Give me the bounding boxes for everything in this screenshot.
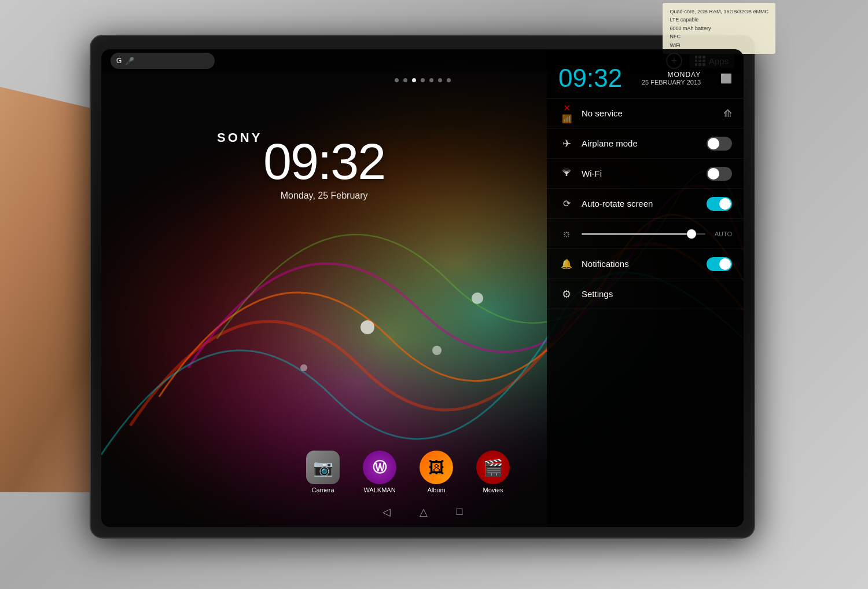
camera-app[interactable]: 📷 Camera	[306, 451, 340, 493]
album-icon: 🖼	[420, 451, 453, 484]
brightness-fill	[582, 233, 687, 235]
page-dot-2	[403, 78, 407, 82]
svg-point-10	[566, 174, 568, 176]
movies-app[interactable]: 🎬 Movies	[476, 451, 510, 493]
wifi-toggle[interactable]	[707, 167, 732, 181]
notifications-row[interactable]: 🔔 Notifications	[547, 249, 744, 279]
camera-label: Camera	[311, 486, 334, 493]
notifications-toggle[interactable]	[707, 257, 732, 271]
notifications-label: Notifications	[582, 259, 700, 269]
airplane-label: Airplane mode	[582, 138, 700, 148]
page-dot-1	[395, 78, 399, 82]
screen-rotate-icon: ⟰	[723, 107, 732, 120]
autorotate-row[interactable]: ⟳ Auto-rotate screen	[547, 189, 744, 219]
brightness-label: AUTO	[715, 231, 732, 237]
sony-brand: SONY	[217, 130, 262, 145]
airplane-icon: ✈	[558, 137, 575, 150]
signal-icon: ✕ 📶	[558, 103, 575, 124]
wifi-row[interactable]: Wi-Fi	[547, 159, 744, 189]
home-button[interactable]: △	[420, 506, 428, 518]
autorotate-toggle[interactable]	[707, 197, 732, 211]
clock-time: 09:32	[263, 136, 385, 187]
svg-point-6	[361, 320, 374, 334]
panel-screen-icon: ⬜	[720, 73, 732, 84]
panel-icons: ⬜	[720, 73, 732, 84]
movies-label: Movies	[483, 486, 503, 493]
airplane-toggle[interactable]	[707, 137, 732, 151]
page-dot-6	[438, 78, 442, 82]
android-screen: G 🎤 +	[101, 49, 744, 527]
wifi-label: Wi-Fi	[582, 169, 700, 178]
autorotate-icon: ⟳	[558, 198, 575, 209]
brightness-thumb	[687, 229, 696, 239]
notifications-toggle-thumb	[719, 258, 731, 270]
settings-icon: ⚙	[558, 288, 575, 301]
walkman-label: WALKMAN	[363, 486, 395, 493]
brightness-row[interactable]: ☼ AUTO	[547, 219, 744, 249]
app-dock: 📷 Camera Ⓦ WALKMAN 🖼 Album 🎬 Movies	[275, 446, 541, 498]
camera-icon: 📷	[306, 451, 340, 484]
notifications-icon: 🔔	[558, 258, 575, 269]
google-search-bar[interactable]: G 🎤	[111, 53, 215, 69]
panel-date-info: MONDAY 25 FEBRUARY 2013	[642, 71, 701, 86]
quick-settings-panel: 09:32 MONDAY 25 FEBRUARY 2013 ⬜ ✕ 📶 No s…	[547, 49, 744, 527]
google-icon: G	[116, 57, 122, 65]
tablet-bezel: G 🎤 +	[101, 49, 744, 527]
back-button[interactable]: ◁	[382, 506, 391, 518]
wifi-icon	[558, 167, 575, 180]
svg-point-7	[432, 346, 442, 355]
signal-row: ✕ 📶 No service ⟰	[547, 98, 744, 129]
svg-point-8	[472, 292, 483, 304]
album-label: Album	[427, 486, 445, 493]
brightness-slider[interactable]	[582, 233, 705, 235]
settings-label: Settings	[582, 289, 732, 299]
album-app[interactable]: 🖼 Album	[420, 451, 453, 493]
autorotate-toggle-thumb	[719, 198, 731, 210]
airplane-mode-row[interactable]: ✈ Airplane mode	[547, 129, 744, 159]
wifi-toggle-thumb	[708, 168, 719, 180]
settings-row[interactable]: ⚙ Settings	[547, 279, 744, 309]
autorotate-label: Auto-rotate screen	[582, 199, 700, 208]
page-dot-5	[429, 78, 433, 82]
svg-point-9	[300, 364, 307, 371]
walkman-app[interactable]: Ⓦ WALKMAN	[363, 451, 396, 493]
page-dot-4	[421, 78, 425, 82]
panel-clock: 09:32	[558, 65, 622, 91]
recents-button[interactable]: □	[457, 506, 463, 518]
search-bar-area: G 🎤	[111, 53, 215, 69]
no-service-label: No service	[582, 108, 716, 118]
page-dot-3	[412, 78, 416, 82]
walkman-icon: Ⓦ	[363, 451, 396, 484]
page-dot-7	[447, 78, 451, 82]
brightness-icon: ☼	[558, 228, 575, 240]
mic-icon: 🎤	[125, 57, 134, 65]
clock-widget: 09:32 Monday, 25 February	[263, 136, 385, 201]
info-card: Quad-core, 2GB RAM, 16GB/32GB eMMC LTE c…	[663, 3, 775, 54]
panel-day: MONDAY	[642, 71, 701, 79]
movies-icon: 🎬	[476, 451, 510, 484]
airplane-toggle-thumb	[708, 138, 719, 149]
clock-date: Monday, 25 February	[263, 191, 385, 201]
panel-full-date: 25 FEBRUARY 2013	[642, 79, 701, 86]
panel-time-area: 09:32 MONDAY 25 FEBRUARY 2013 ⬜	[547, 56, 744, 98]
